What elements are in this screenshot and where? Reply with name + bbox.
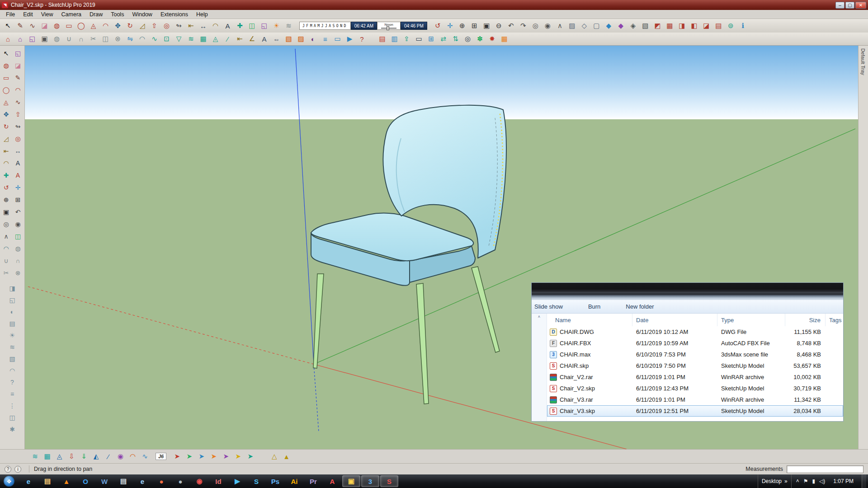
grid-icon[interactable]: ▦ [498,33,510,45]
right-view-icon[interactable]: ◧ [688,20,700,32]
solid-subtract-icon[interactable]: ∩ [75,33,87,45]
pan-tool-icon[interactable]: ✛ [12,181,24,193]
photoshop-icon[interactable]: Ps [266,475,284,487]
screen-share-icon[interactable]: ⊞ [425,33,437,45]
3d-text-icon[interactable]: A [258,33,270,45]
default-tray-label[interactable]: Default Tray [860,48,866,75]
move-tool-icon[interactable]: ✥ [0,108,12,120]
model-info-icon[interactable]: ℹ [737,20,749,32]
layers-icon[interactable]: ≡ [319,33,331,45]
protractor-tool-icon[interactable]: ◠ [0,157,12,169]
outlook-icon[interactable]: O [76,475,94,487]
materials-panel-icon[interactable]: ◨ [7,282,18,294]
dimensions-icon[interactable]: ⇔ [270,33,283,45]
arc-tool-icon[interactable]: ◠ [12,84,24,96]
wireframe-style-icon[interactable]: ◇ [578,20,590,32]
display-monitor-icon[interactable]: ▭ [413,33,425,45]
column-header-name[interactable]: Name [547,314,632,326]
file-row[interactable]: Chair_V3.rar 6/11/2019 1:01 PM WinRAR ar… [547,394,843,405]
solid-trim-icon[interactable]: ✂ [0,267,12,279]
skype-icon[interactable]: S [247,475,265,487]
axis-arrow-x-icon[interactable]: ➤ [171,450,183,462]
tape-measure-icon[interactable]: ⇤ [185,20,197,32]
make-component-icon[interactable]: ◱ [12,47,24,59]
tape-measure-icon[interactable]: ⇤ [0,145,12,157]
axis-arrow-z-icon[interactable]: ➤ [195,450,208,462]
flip-edge-icon[interactable]: ∕ [222,33,234,45]
menu-item[interactable]: Camera [57,10,85,19]
geolocation-status-icon[interactable]: ? [5,466,11,473]
line-tool-icon[interactable]: ✎ [12,71,24,84]
look-around-icon[interactable]: ◉ [542,20,554,32]
instructor-panel-icon[interactable]: ? [7,376,18,388]
text-tool-icon[interactable]: A [12,157,24,169]
stamp-icon[interactable]: ⇩ [66,450,78,462]
acrobat-icon[interactable]: A [323,475,341,487]
outer-shell-icon[interactable]: ◍ [12,242,24,254]
outliner-panel-icon[interactable]: ⋮ [7,400,18,412]
smoove-icon[interactable]: ∿ [148,33,160,45]
pan-tool-icon[interactable]: ✛ [444,20,456,32]
mirror-right-icon[interactable]: ▲ [280,450,292,462]
swap-views-icon[interactable]: ⇄ [437,33,449,45]
desktop-chevron-icon[interactable]: » [784,478,788,484]
solid-union-icon[interactable]: ∪ [0,254,12,267]
zoom-extents-icon[interactable]: ▣ [0,206,12,218]
style-edit-icon[interactable]: ◐ [307,33,319,45]
menu-item[interactable]: File [2,10,19,19]
shadow-end-time[interactable]: 04:46 PM [401,22,427,30]
3d-warehouse-icon[interactable]: ⌂ [2,33,14,45]
add-detail-icon[interactable]: ◬ [209,33,222,45]
soften-edges-panel-icon[interactable]: ◠ [7,365,18,376]
walk-tool-icon[interactable]: ∧ [0,230,12,242]
freehand-tool-icon[interactable]: ∿ [12,96,24,108]
slideshow-button[interactable]: Slide show [533,302,565,311]
select-tool-icon[interactable]: ↖ [0,47,12,59]
style-builder-icon[interactable]: ▥ [388,33,401,45]
freehand-tool-icon[interactable]: ∿ [26,20,38,32]
volume-icon[interactable]: ◁) [819,478,825,484]
column-header-size[interactable]: Size [785,314,826,326]
drape-icon[interactable]: ⇓ [78,450,90,462]
zoom-window-icon[interactable]: ⊞ [468,20,481,32]
dynamic-components-icon[interactable]: ✱ [7,423,18,435]
minimize-button[interactable]: – [835,2,844,9]
tools-on-surface-icon[interactable]: ◉ [114,450,127,462]
target-icon[interactable]: ◎ [462,33,474,45]
file-row[interactable]: F CHAIR.FBX 6/11/2019 10:59 AM AutoCAD F… [547,338,843,349]
menu-item[interactable]: Help [192,10,212,19]
add-location-icon[interactable]: ⊚ [725,20,737,32]
axis-arrow-f-icon[interactable]: ➤ [220,450,232,462]
scroll-up-caret[interactable]: ˄ [532,314,547,319]
from-scratch-icon[interactable]: ▦ [197,33,209,45]
axis-arrow-n-icon[interactable]: ➤ [208,450,220,462]
styles-panel-icon[interactable]: ◐ [7,306,18,318]
3dsmax-icon[interactable]: 3 [361,475,379,487]
internet-explorer-icon[interactable]: e [19,475,38,487]
explorer-window-icon[interactable]: ▣ [342,475,360,487]
tape-second-icon[interactable]: ⇤ [234,33,246,45]
from-contours-icon[interactable]: ≋ [185,33,197,45]
eraser-tool-icon[interactable]: ◪ [38,20,51,32]
measurements-input[interactable] [787,465,863,473]
instructor-icon[interactable]: ? [356,33,368,45]
xray-style-icon[interactable]: ▨ [566,20,578,32]
follow-me-tool-icon[interactable]: ↬ [12,120,24,132]
solid-intersect-icon[interactable]: ⊗ [12,267,24,279]
rectangle-tool-icon[interactable]: ▭ [63,20,75,32]
protractor-tool-icon[interactable]: ◠ [209,20,222,32]
new-folder-button[interactable]: New folder [624,302,656,311]
eraser-tool-icon[interactable]: ◪ [12,59,24,71]
look-around-icon[interactable]: ◉ [12,218,24,230]
word-icon[interactable]: W [95,475,113,487]
push-pull-tool-icon[interactable]: ⇧ [148,20,160,32]
shadows-panel-icon[interactable]: ☀ [7,329,18,341]
zoom-tool-icon[interactable]: ⊕ [0,193,12,206]
start-button[interactable]: ❖ [4,476,14,487]
match-photo-panel-icon[interactable]: ▧ [7,353,18,365]
dimension-tool-icon[interactable]: ↔ [12,145,24,157]
render-burst-icon[interactable]: ✸ [486,33,498,45]
bezier-curve-icon[interactable]: ∿ [139,450,151,462]
shadow-months-strip[interactable]: JFMAMJJASOND [299,22,351,30]
arc-tool-icon[interactable]: ◠ [99,20,112,32]
